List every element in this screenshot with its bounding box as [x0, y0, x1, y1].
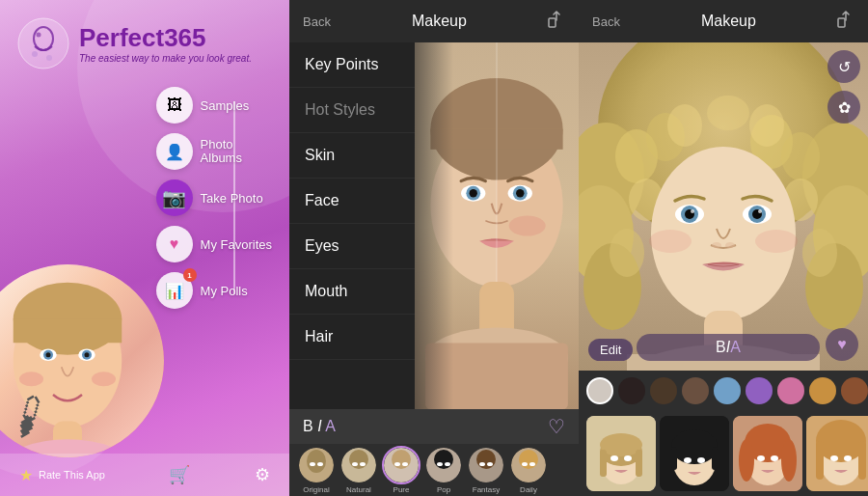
thumb-original-label: Original — [297, 485, 336, 494]
svg-point-15 — [92, 372, 116, 386]
menu-item-my-favorites[interactable]: ♥ My Favorites — [156, 226, 272, 262]
star-icon: ★ — [19, 466, 33, 484]
svg-point-80 — [749, 104, 784, 147]
panel2-content: Key Points Hot Styles Skin Face Eyes Mou… — [289, 42, 579, 409]
thumb-original[interactable]: Original — [297, 446, 336, 494]
svg-point-107 — [671, 429, 718, 464]
back-button[interactable]: Back — [303, 14, 331, 29]
thumb-pop[interactable]: Pop — [424, 446, 463, 494]
menu-eyes[interactable]: Eyes — [289, 224, 415, 269]
menu-item-samples[interactable]: 🖼 Samples — [156, 87, 272, 124]
panel3-heart-button[interactable]: ♥ — [826, 328, 858, 361]
my-polls-icon: 📊 1 — [156, 272, 193, 309]
color-swatch-darkbrown[interactable] — [650, 377, 677, 404]
svg-point-111 — [697, 457, 705, 463]
menu-skin[interactable]: Skin — [289, 133, 415, 179]
photo-albums-label1: Photo — [201, 138, 242, 152]
app-name: Perfect365 — [79, 23, 252, 53]
menu-mouth[interactable]: Mouth — [289, 269, 415, 315]
color-swatch-brown[interactable] — [682, 377, 709, 404]
gear-icon: ⚙ — [255, 464, 270, 485]
svg-point-103 — [610, 455, 618, 461]
shop-button[interactable]: 🛒 — [169, 464, 190, 485]
hair-color-strip — [579, 371, 868, 411]
photo-albums-label2: Albums — [201, 152, 242, 165]
svg-point-14 — [19, 372, 43, 386]
hairstyle-thumb-1[interactable] — [586, 416, 656, 491]
thumb-daily[interactable]: Daily — [509, 446, 548, 494]
hairstyle-thumb-2[interactable] — [660, 416, 729, 491]
svg-point-73 — [781, 132, 820, 180]
svg-rect-109 — [712, 447, 718, 470]
panel3-face-photo: ↺ ✿ Edit B I A ♥ — [579, 42, 868, 371]
thumb-natural[interactable]: Natural — [339, 446, 378, 494]
svg-point-85 — [691, 209, 694, 213]
panel3-share-button[interactable] — [837, 11, 854, 32]
svg-point-44 — [360, 462, 366, 466]
menu-hair[interactable]: Hair — [289, 315, 415, 360]
rate-app-button[interactable]: ★ Rate This App — [19, 466, 105, 484]
svg-point-59 — [522, 462, 528, 466]
svg-point-58 — [519, 450, 538, 469]
svg-point-77 — [802, 229, 837, 277]
svg-point-93 — [755, 230, 798, 253]
panel3-bia-b: B — [716, 339, 726, 356]
face3-svg — [579, 42, 868, 371]
panel-hair-style: Back Makeup — [579, 0, 868, 496]
svg-point-78 — [667, 104, 702, 147]
panel2-menu: Key Points Hot Styles Skin Face Eyes Mou… — [289, 42, 415, 409]
menu-item-photo-albums[interactable]: 👤 Photo Albums — [156, 133, 272, 170]
svg-rect-18 — [549, 18, 556, 27]
menu-hot-styles[interactable]: Hot Styles — [289, 88, 415, 133]
menu-item-take-photo[interactable]: 📷 Take Photo — [156, 179, 272, 216]
samples-icon: 🖼 — [156, 87, 193, 124]
color-swatch-purple[interactable] — [746, 377, 773, 404]
hairstyle-thumb-3[interactable] — [733, 416, 802, 491]
svg-point-56 — [487, 462, 493, 466]
photo-albums-icon: 👤 — [156, 133, 193, 170]
edit-button[interactable]: Edit — [588, 339, 633, 361]
svg-point-31 — [516, 189, 524, 197]
color-swatch-blue[interactable] — [714, 377, 741, 404]
svg-point-38 — [307, 450, 326, 473]
undo-button[interactable]: ↺ — [827, 50, 860, 83]
color-swatch-black[interactable] — [618, 377, 645, 404]
panel2-bottom: B I A ♡ Original N — [289, 409, 579, 496]
color-swatch-blonde[interactable] — [809, 377, 836, 404]
thumb-fantasy[interactable]: Fantasy — [467, 446, 505, 494]
color-swatch-white[interactable] — [586, 377, 613, 404]
hairstyle-thumb-4[interactable] — [806, 416, 868, 491]
svg-rect-102 — [636, 450, 642, 477]
sticker-button[interactable]: ✿ — [827, 91, 860, 124]
settings-button[interactable]: ⚙ — [255, 464, 270, 485]
panel3-back-button[interactable]: Back — [592, 14, 620, 29]
app-header: Perfect365 The easiest way to make you l… — [0, 0, 289, 69]
svg-point-50 — [434, 450, 453, 469]
menu-item-my-polls[interactable]: 📊 1 My Polls — [156, 272, 272, 309]
take-photo-icon: 📷 — [156, 179, 193, 216]
svg-point-4 — [46, 55, 52, 61]
menu-key-points[interactable]: Key Points — [289, 42, 415, 88]
color-swatch-pink[interactable] — [777, 377, 804, 404]
share-icon — [548, 11, 565, 28]
color-swatch-auburn[interactable] — [841, 377, 868, 404]
panel3-topbar: Back Makeup — [579, 0, 868, 42]
main-menu: 🖼 Samples 👤 Photo Albums 📷 Take Photo ♥ — [156, 87, 272, 309]
thumb-pure[interactable]: Pure — [382, 446, 420, 494]
panel3-content: ↺ ✿ Edit B I A ♥ — [579, 42, 868, 371]
svg-point-117 — [757, 455, 765, 461]
svg-rect-122 — [816, 441, 824, 480]
app-footer: ★ Rate This App 🛒 ⚙ — [0, 454, 289, 496]
svg-point-92 — [649, 230, 692, 253]
svg-point-2 — [37, 33, 41, 38]
panel3-bia-a: A — [730, 339, 741, 356]
logo-text: Perfect365 The easiest way to make you l… — [79, 23, 252, 64]
style-thumbnail-strip: Original Natural Pure — [289, 444, 579, 496]
panel2-face-photo — [415, 42, 579, 409]
share-button[interactable] — [548, 11, 565, 32]
svg-point-32 — [509, 215, 546, 235]
svg-rect-61 — [838, 18, 845, 27]
favorites-heart-icon[interactable]: ♡ — [548, 415, 565, 438]
menu-face[interactable]: Face — [289, 179, 415, 224]
svg-rect-36 — [425, 343, 568, 409]
